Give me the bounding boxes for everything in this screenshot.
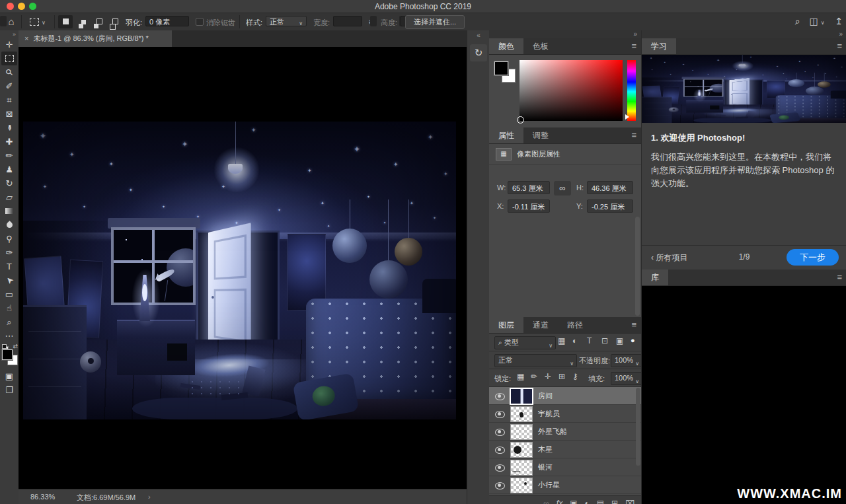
zoom-tool[interactable]: ⌕: [1, 315, 17, 329]
clone-stamp-tool[interactable]: ♟: [1, 162, 17, 176]
panel-menu-icon[interactable]: ≡: [631, 130, 636, 140]
foreground-color-swatch[interactable]: [2, 349, 13, 360]
visibility-eye-icon[interactable]: [495, 411, 505, 418]
properties-scrollbar[interactable]: [635, 217, 640, 316]
layer-thumbnail[interactable]: [510, 478, 533, 493]
history-panel-icon[interactable]: ↻: [470, 44, 487, 61]
layer-style-icon[interactable]: fx: [557, 496, 562, 504]
tab-layers[interactable]: 图层: [489, 317, 523, 333]
move-tool[interactable]: ✛: [1, 38, 17, 52]
share-icon[interactable]: ↥: [831, 15, 846, 28]
width-input[interactable]: [333, 16, 362, 26]
rectangle-tool[interactable]: ▭: [1, 287, 17, 301]
collapse-column-icon[interactable]: »: [839, 30, 843, 38]
pen-tool[interactable]: ✑: [1, 246, 17, 260]
layer-row[interactable]: 房间: [489, 387, 641, 405]
tab-paths[interactable]: 路径: [558, 317, 592, 333]
layer-thumbnail[interactable]: [510, 460, 533, 476]
new-layer-icon[interactable]: ⊞: [611, 496, 618, 504]
filter-type-icon[interactable]: T: [587, 336, 592, 345]
link-layers-icon[interactable]: ∞: [543, 496, 549, 504]
layer-row[interactable]: 外星飞船: [489, 423, 641, 441]
document-tab[interactable]: ×未标题-1 @ 86.3% (房间, RGB/8*) *: [19, 30, 172, 47]
layer-thumbnail[interactable]: [510, 406, 533, 422]
default-colors-icon[interactable]: [2, 344, 8, 349]
select-and-mask-button[interactable]: 选择并遮住...: [405, 15, 465, 29]
toolbar-expand-icon[interactable]: »: [0, 30, 19, 38]
lock-transparency-icon[interactable]: ▦: [517, 372, 524, 381]
search-icon[interactable]: ⌕: [790, 15, 805, 28]
layer-mask-icon[interactable]: ▣: [570, 496, 577, 504]
rectangular-marquee-tool[interactable]: [1, 52, 17, 65]
gradient-tool[interactable]: [1, 204, 17, 218]
filter-pin-icon[interactable]: ●: [631, 336, 635, 344]
opacity-select[interactable]: 100%∨: [611, 354, 642, 367]
foreground-color-swatch[interactable]: [494, 61, 508, 75]
style-select[interactable]: 正常∨: [266, 16, 307, 26]
tab-adjustments[interactable]: 调整: [523, 127, 558, 143]
collapse-column-icon[interactable]: »: [633, 30, 637, 38]
new-group-icon[interactable]: ▤: [597, 496, 604, 504]
y-field[interactable]: -0.25 厘米: [587, 199, 633, 213]
visibility-eye-icon[interactable]: [495, 482, 505, 489]
layer-row[interactable]: 木星: [489, 441, 641, 458]
layers-scrollbar[interactable]: [636, 388, 640, 466]
workspace-switcher-icon[interactable]: ◫ ∨: [806, 15, 827, 28]
lock-artboard-icon[interactable]: ⊞: [558, 372, 565, 381]
layer-filter-select[interactable]: ⌕ 类型 ∨: [494, 336, 556, 349]
swap-colors-icon[interactable]: ⇄: [13, 343, 18, 349]
dodge-tool[interactable]: ⚲: [1, 232, 17, 246]
panel-menu-icon[interactable]: ≡: [837, 272, 842, 282]
type-tool[interactable]: T: [1, 260, 17, 273]
x-field[interactable]: -0.11 厘米: [508, 199, 550, 213]
new-selection-mode-button[interactable]: [58, 15, 73, 28]
eyedropper-tool[interactable]: ✒: [1, 121, 17, 135]
blur-tool[interactable]: [1, 218, 17, 232]
tab-libraries[interactable]: 库: [642, 270, 668, 285]
visibility-eye-icon[interactable]: [495, 429, 505, 436]
next-step-button[interactable]: 下一步: [787, 249, 839, 266]
hand-tool[interactable]: ☝: [1, 301, 17, 315]
tool-preset-picker[interactable]: ∨: [26, 15, 49, 28]
filter-adjustment-icon[interactable]: ◐: [572, 336, 577, 345]
lock-position-icon[interactable]: ✛: [545, 372, 551, 381]
history-brush-tool[interactable]: ↻: [1, 176, 17, 190]
panel-menu-icon[interactable]: ≡: [631, 320, 636, 330]
color-saturation-field[interactable]: [519, 60, 623, 121]
layer-thumbnail[interactable]: [510, 388, 533, 404]
layer-row[interactable]: 小行星: [489, 476, 641, 494]
filter-smart-object-icon[interactable]: ▣: [616, 336, 623, 345]
tab-color[interactable]: 颜色: [489, 38, 523, 54]
lock-pixels-icon[interactable]: ✏: [531, 372, 537, 381]
expand-dock-icon[interactable]: «: [467, 30, 490, 39]
brush-tool[interactable]: ✏: [1, 149, 17, 162]
lasso-tool[interactable]: ⚲: [1, 65, 17, 79]
visibility-eye-icon[interactable]: [495, 464, 505, 472]
tab-learn[interactable]: 学习: [642, 38, 676, 54]
zoom-level[interactable]: 86.33%: [30, 493, 55, 501]
canvas-image[interactable]: ✦✦✦✦✦✦✦✦✦✦✦✦✦✦✦✦✦✦✦✦✦✦✦✦: [23, 122, 456, 419]
filter-shape-icon[interactable]: ⊡: [601, 336, 608, 345]
visibility-eye-icon[interactable]: [495, 393, 505, 400]
screen-mode-button[interactable]: ❐: [1, 383, 17, 397]
delete-layer-icon[interactable]: ⌧: [625, 496, 634, 504]
layer-thumbnail[interactable]: [510, 424, 533, 440]
eraser-tool[interactable]: ▱: [1, 190, 17, 204]
fill-select[interactable]: 100%∨: [611, 372, 642, 385]
edit-toolbar[interactable]: ⋯: [1, 329, 17, 343]
canvas-area[interactable]: ✦✦✦✦✦✦✦✦✦✦✦✦✦✦✦✦✦✦✦✦✦✦✦✦: [19, 47, 467, 489]
panel-menu-icon[interactable]: ≡: [631, 41, 636, 51]
layer-row[interactable]: 银河: [489, 458, 641, 476]
feather-input[interactable]: 0 像素: [145, 16, 189, 26]
visibility-eye-icon[interactable]: [495, 447, 505, 454]
spot-healing-brush-tool[interactable]: ✚: [1, 135, 17, 149]
adjustment-layer-icon[interactable]: ◐: [585, 496, 590, 504]
link-dimensions-icon[interactable]: ∞: [554, 181, 571, 196]
add-to-selection-mode-button[interactable]: [74, 15, 89, 28]
quick-mask-mode-button[interactable]: ▣: [1, 369, 17, 383]
tab-channels[interactable]: 通道: [523, 317, 558, 333]
width-field[interactable]: 65.3 厘米: [508, 181, 550, 194]
lock-all-icon[interactable]: ⚷: [572, 372, 578, 381]
path-selection-tool[interactable]: ➤: [1, 273, 17, 287]
close-tab-icon[interactable]: ×: [19, 34, 33, 42]
